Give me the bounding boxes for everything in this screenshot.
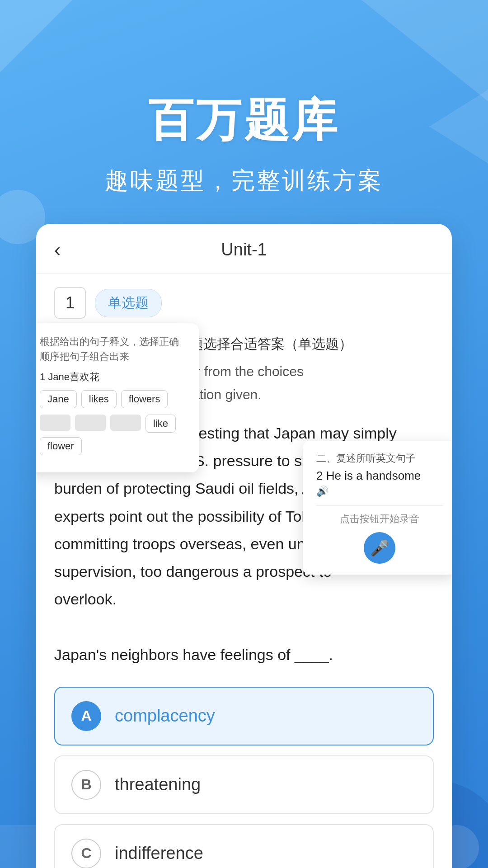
popup-audio-header: 二、复述所听英文句子 — [316, 452, 443, 465]
hero-section: 百万题库 趣味题型，完整训练方案 — [105, 0, 383, 197]
word-chip-jane[interactable]: Jane — [40, 390, 77, 408]
audio-speaker-icon[interactable]: 🔊 — [316, 486, 443, 497]
answer-slot-1[interactable] — [40, 415, 70, 431]
popup-sentence-label: 1 Jane喜欢花 — [40, 370, 186, 384]
options-container: A complacency B threatening C indifferen… — [36, 678, 452, 868]
option-b-text: threatening — [115, 775, 201, 794]
popup-audio-sentence: 2 He is a handsome — [316, 469, 443, 483]
word-chips-bottom: flower — [40, 437, 186, 455]
question-type-badge: 单选题 — [95, 289, 162, 317]
word-chip-flowers[interactable]: flowers — [121, 390, 168, 408]
main-card: 根据给出的句子释义，选择正确顺序把句子组合出来 1 Jane喜欢花 Jane l… — [36, 224, 452, 868]
option-c-text: indifference — [115, 844, 203, 863]
option-b[interactable]: B threatening — [54, 755, 434, 814]
option-c[interactable]: C indifference — [54, 824, 434, 868]
option-a[interactable]: A complacency — [54, 687, 434, 745]
popup-audio-record-label: 点击按钮开始录音 — [316, 512, 443, 526]
hero-subtitle: 趣味题型，完整训练方案 — [105, 165, 383, 197]
option-a-text: complacency — [115, 706, 215, 726]
popup-instruction: 根据给出的句子释义，选择正确顺序把句子组合出来 — [40, 334, 186, 364]
popup-audio-divider — [316, 505, 443, 506]
word-chips-container: Jane likes flowers — [40, 390, 186, 408]
option-a-circle: A — [71, 701, 101, 731]
mic-button[interactable]: 🎤 — [364, 532, 395, 564]
option-b-circle: B — [71, 770, 101, 800]
word-chip-flower[interactable]: flower — [40, 437, 82, 455]
popup-audio: 二、复述所听英文句子 2 He is a handsome 🔊 点击按钮开始录音… — [303, 441, 452, 575]
card-header: ‹ Unit-1 — [36, 224, 452, 274]
option-c-circle: C — [71, 839, 101, 868]
answer-slots: like — [40, 415, 186, 433]
word-chip-likes[interactable]: likes — [81, 390, 117, 408]
question-number: 1 — [54, 287, 86, 319]
card-title: Unit-1 — [221, 240, 267, 259]
answer-word-like[interactable]: like — [145, 415, 176, 433]
popup-sentence-order: 根据给出的句子释义，选择正确顺序把句子组合出来 1 Jane喜欢花 Jane l… — [36, 323, 199, 472]
mic-icon: 🎤 — [370, 539, 389, 557]
answer-slot-3[interactable] — [110, 415, 141, 431]
question-meta: 1 单选题 — [36, 274, 452, 328]
answer-slot-2[interactable] — [75, 415, 106, 431]
back-button[interactable]: ‹ — [54, 239, 61, 261]
hero-title: 百万题库 — [105, 90, 383, 151]
